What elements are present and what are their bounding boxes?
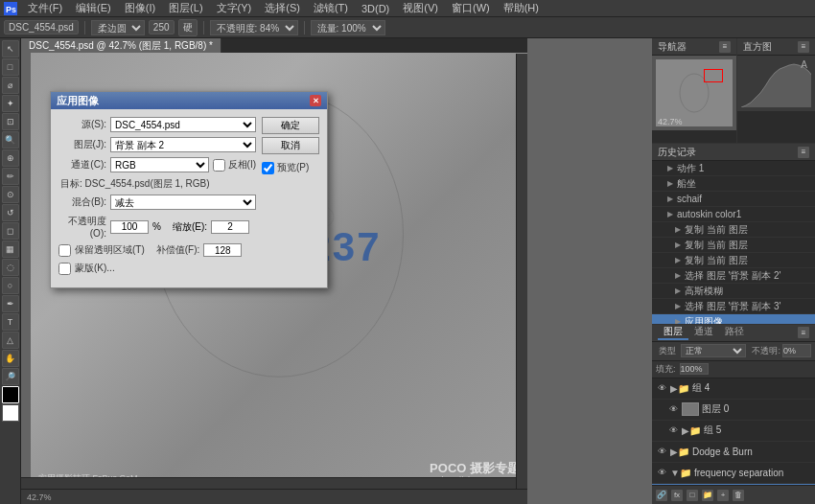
canvas-status-bar: 42.7% bbox=[21, 489, 527, 504]
histogram-content: A bbox=[737, 56, 815, 111]
menu-select[interactable]: 选择(S) bbox=[262, 1, 303, 15]
dialog-close-button[interactable]: ✕ bbox=[310, 95, 321, 106]
history-item-copy1[interactable]: ▶复制 当前 图层 bbox=[652, 222, 815, 238]
mask-checkbox[interactable] bbox=[58, 263, 71, 275]
menu-text[interactable]: 文字(Y) bbox=[214, 1, 255, 15]
layer-group4[interactable]: 👁 ▶📁 组 4 bbox=[652, 378, 815, 400]
layer-freq-sep[interactable]: 👁 ▼📁 frequency separation bbox=[652, 463, 815, 484]
hand-tool[interactable]: ✋ bbox=[2, 350, 19, 367]
invert-checkbox[interactable] bbox=[213, 159, 225, 172]
menu-help[interactable]: 帮助(H) bbox=[501, 1, 542, 15]
dodge-tool[interactable]: ○ bbox=[2, 277, 19, 294]
histogram-options-icon[interactable]: ≡ bbox=[798, 41, 809, 53]
history-item-schaif[interactable]: ▶schaif bbox=[652, 192, 815, 207]
blur-tool[interactable]: ◌ bbox=[2, 259, 19, 276]
offset-input[interactable] bbox=[203, 243, 242, 257]
lasso-tool[interactable]: ⌀ bbox=[2, 77, 19, 94]
menu-3d[interactable]: 3D(D) bbox=[359, 3, 392, 14]
eyedropper-tool[interactable]: 🔍 bbox=[2, 131, 19, 149]
menu-filter[interactable]: 滤镜(T) bbox=[311, 1, 351, 15]
brush-preset-picker[interactable]: 柔边圆 bbox=[91, 20, 145, 35]
blending-select[interactable]: 减去 bbox=[110, 195, 256, 210]
opacity-input[interactable] bbox=[110, 220, 149, 234]
ok-button[interactable]: 确定 bbox=[262, 117, 319, 134]
pen-tool[interactable]: ✒ bbox=[2, 295, 19, 312]
invert-checkbox-row: 反相(I) bbox=[213, 158, 256, 172]
history-item-gaussian[interactable]: ▶高斯模糊 bbox=[652, 284, 815, 299]
move-tool[interactable]: ↖ bbox=[2, 40, 19, 57]
background-color[interactable] bbox=[2, 404, 19, 422]
preview-checkbox[interactable] bbox=[262, 162, 274, 174]
brush-size[interactable]: 250 bbox=[149, 20, 175, 34]
history-options-icon[interactable]: ≡ bbox=[798, 147, 809, 158]
layer-eye-0[interactable]: 👁 bbox=[667, 403, 679, 415]
history-content: ▶动作 1 ▶船坐 ▶schaif ▶autoskin color1 ▶复制 当… bbox=[652, 161, 815, 324]
new-group-btn[interactable]: 📁 bbox=[702, 490, 713, 501]
new-layer-btn[interactable]: + bbox=[717, 490, 729, 501]
flow-select[interactable]: 流量: 100% bbox=[311, 20, 385, 35]
brush-hardness[interactable]: 硬 bbox=[178, 19, 198, 36]
add-mask-btn[interactable]: □ bbox=[687, 490, 698, 501]
tab-paths[interactable]: 路径 bbox=[719, 325, 750, 340]
eraser-tool[interactable]: ◻ bbox=[2, 222, 19, 240]
link-layers-btn[interactable]: 🔗 bbox=[656, 490, 667, 501]
layer-group5[interactable]: 👁 ▶📁 组 5 bbox=[652, 421, 815, 442]
foreground-color[interactable] bbox=[2, 386, 19, 403]
preserve-trans-checkbox[interactable] bbox=[58, 244, 71, 257]
menu-view[interactable]: 视图(V) bbox=[400, 1, 441, 15]
history-item-copy3[interactable]: ▶复制 当前 图层 bbox=[652, 253, 815, 268]
navigator-options-icon[interactable]: ≡ bbox=[719, 41, 731, 53]
scale-input[interactable] bbox=[211, 220, 249, 234]
tab-channels[interactable]: 通道 bbox=[688, 325, 719, 340]
layer-eye-db[interactable]: 👁 bbox=[656, 446, 667, 457]
tab-layers[interactable]: 图层 bbox=[658, 325, 688, 340]
layer-eye-group5[interactable]: 👁 bbox=[667, 424, 679, 436]
layer-item0[interactable]: 👁 图层 0 bbox=[652, 400, 815, 421]
history-item-apply-image[interactable]: ▶应用图像 bbox=[652, 314, 815, 324]
canvas-tab-active[interactable]: DSC_4554.psd @ 42.7% (图层 1, RGB/8) * bbox=[21, 38, 221, 54]
history-item-ship[interactable]: ▶船坐 bbox=[652, 176, 815, 192]
zoom-tool[interactable]: 🔎 bbox=[2, 368, 19, 385]
gradient-tool[interactable]: ▦ bbox=[2, 241, 19, 258]
blend-mode-select[interactable]: 正常 bbox=[681, 344, 746, 357]
history-header: 历史记录 ≡ bbox=[652, 144, 815, 161]
delete-layer-btn[interactable]: 🗑 bbox=[733, 490, 744, 501]
dialog-title-bar: 应用图像 ✕ bbox=[51, 92, 327, 109]
history-item-copy2[interactable]: ▶复制 当前 图层 bbox=[652, 238, 815, 253]
history-item-select-bg3[interactable]: ▶选择 图层 '背景 副本 3' bbox=[652, 299, 815, 314]
brush-tool[interactable]: ✏ bbox=[2, 168, 19, 185]
menu-image[interactable]: 图像(I) bbox=[122, 1, 158, 15]
layer-eye-group4[interactable]: 👁 bbox=[656, 382, 667, 394]
history-item-action1[interactable]: ▶动作 1 bbox=[652, 161, 815, 176]
add-style-btn[interactable]: fx bbox=[671, 490, 683, 501]
menu-window[interactable]: 窗口(W) bbox=[449, 1, 493, 15]
menu-layer[interactable]: 图层(L) bbox=[166, 1, 205, 15]
shape-tool[interactable]: △ bbox=[2, 332, 19, 349]
channel-select[interactable]: RGB bbox=[110, 157, 209, 172]
layer-dodge-burn[interactable]: 👁 ▶📁 Dodge & Burn bbox=[652, 442, 815, 463]
layers-options-icon[interactable]: ≡ bbox=[798, 327, 809, 338]
text-tool[interactable]: T bbox=[2, 313, 19, 331]
layer-eye-fs[interactable]: 👁 bbox=[656, 467, 667, 478]
history-item-select-bg2[interactable]: ▶选择 图层 '背景 副本 2' bbox=[652, 268, 815, 284]
history-item-autoskin[interactable]: ▶autoskin color1 bbox=[652, 207, 815, 222]
healing-brush-tool[interactable]: ⊕ bbox=[2, 149, 19, 167]
history-brush-tool[interactable]: ↺ bbox=[2, 204, 19, 221]
fill-input[interactable] bbox=[680, 363, 709, 375]
canvas-vertical-scrollbar[interactable] bbox=[516, 54, 527, 489]
canvas-horizontal-scrollbar[interactable] bbox=[21, 477, 516, 489]
crop-tool[interactable]: ⊡ bbox=[2, 113, 19, 130]
source-select[interactable]: DSC_4554.psd bbox=[110, 117, 256, 132]
cancel-button[interactable]: 取消 bbox=[262, 137, 319, 154]
menu-file[interactable]: 文件(F) bbox=[25, 1, 65, 15]
layer-select[interactable]: 背景 副本 2 bbox=[110, 137, 256, 152]
opacity-input-layers[interactable] bbox=[782, 344, 811, 357]
opacity-label: 不透明: bbox=[752, 345, 780, 357]
menu-edit[interactable]: 编辑(E) bbox=[73, 1, 114, 15]
opacity-select[interactable]: 不透明度: 84% bbox=[210, 20, 298, 35]
magic-wand-tool[interactable]: ✦ bbox=[2, 95, 19, 112]
opacity-unit: % bbox=[152, 221, 161, 232]
photoshop-logo-icon: Ps bbox=[4, 2, 17, 15]
select-tool[interactable]: □ bbox=[2, 58, 19, 76]
clone-stamp-tool[interactable]: ⊙ bbox=[2, 186, 19, 203]
